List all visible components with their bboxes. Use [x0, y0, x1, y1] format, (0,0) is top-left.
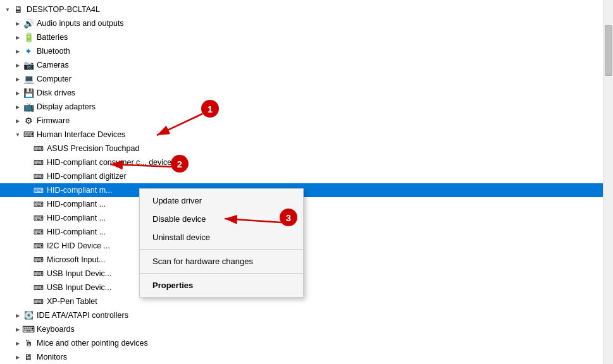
tree-root[interactable]: 🖥 DESKTOP-BCLTA4L [0, 3, 603, 16]
monitors-expand[interactable] [13, 352, 23, 362]
ide-expand[interactable] [13, 310, 23, 320]
context-menu-separator2 [140, 273, 303, 274]
usb2-icon: ⌨ [33, 282, 44, 293]
batteries-label: Batteries [37, 33, 68, 42]
cameras-icon: 📷 [23, 59, 34, 71]
tree-item-asus[interactable]: ⌨ ASUS Precision Touchpad [0, 142, 603, 155]
hid6-icon: ⌨ [33, 226, 44, 238]
audio-label: Audio inputs and outputs [37, 19, 124, 28]
tree-item-diskdrives[interactable]: 💾 Disk drives [0, 86, 603, 100]
scrollbar-track[interactable] [603, 0, 613, 364]
scrollbar-thumb[interactable] [605, 25, 612, 76]
ide-label: IDE ATA/ATAPI controllers [37, 311, 128, 320]
hid-mouse-label: HID-compliant m... [47, 186, 113, 195]
asus-icon: ⌨ [33, 143, 44, 154]
hid4-label: HID-compliant ... [47, 200, 106, 209]
tree-item-ide[interactable]: 💽 IDE ATA/ATAPI controllers [0, 308, 603, 322]
tree-item-computer[interactable]: 💻 Computer [0, 72, 603, 86]
bluetooth-expand[interactable] [13, 46, 23, 56]
context-menu-update[interactable]: Update driver [140, 191, 303, 210]
audio-icon: 🔊 [23, 18, 34, 29]
asus-label: ASUS Precision Touchpad [47, 144, 139, 153]
monitors-icon: 🖥 [23, 351, 34, 363]
tree-item-hid-digitizer[interactable]: ⌨ HID-compliant digitizer [0, 169, 603, 183]
context-menu-scan[interactable]: Scan for hardware changes [140, 252, 303, 270]
root-label: DESKTOP-BCLTA4L [27, 5, 100, 14]
hid-consumer-label: HID-compliant consumer c... device [47, 158, 171, 167]
bluetooth-label: Bluetooth [37, 47, 70, 56]
cameras-label: Cameras [37, 61, 69, 70]
root-expand-arrow[interactable] [3, 4, 13, 15]
firmware-expand[interactable] [13, 116, 23, 126]
tree-item-displayadapters[interactable]: 📺 Display adapters [0, 100, 603, 114]
msinput-icon: ⌨ [33, 254, 44, 265]
keyboards-expand[interactable] [13, 324, 23, 334]
hid-label: Human Interface Devices [37, 130, 125, 139]
batteries-icon: 🔋 [23, 32, 34, 43]
tree-item-batteries[interactable]: 🔋 Batteries [0, 30, 603, 44]
hid-consumer-icon: ⌨ [33, 157, 44, 168]
xppen-label: XP-Pen Tablet [47, 297, 97, 306]
context-menu-disable[interactable]: Disable device [140, 210, 303, 228]
displayadapters-label: Display adapters [37, 102, 96, 111]
mice-icon: 🖱 [23, 337, 34, 349]
cameras-expand[interactable] [13, 60, 23, 70]
computer-label: Computer [37, 75, 71, 83]
tree-item-audio[interactable]: 🔊 Audio inputs and outputs [0, 16, 603, 30]
computer-expand[interactable] [13, 74, 23, 84]
tree-item-keyboards[interactable]: ⌨ Keyboards [0, 322, 603, 336]
hid-digitizer-icon: ⌨ [33, 171, 44, 182]
context-menu-properties[interactable]: Properties [140, 276, 303, 294]
i2c-icon: ⌨ [33, 240, 44, 252]
audio-expand[interactable] [13, 18, 23, 28]
hid5-label: HID-compliant ... [47, 214, 106, 222]
hid6-label: HID-compliant ... [47, 228, 106, 236]
context-menu-separator [140, 249, 303, 250]
i2c-label: I2C HID Device ... [47, 241, 110, 250]
computer-icon: 💻 [23, 73, 34, 85]
hid-icon: ⌨ [23, 129, 34, 140]
hid-digitizer-label: HID-compliant digitizer [47, 172, 127, 181]
device-manager-panel: 🖥 DESKTOP-BCLTA4L 🔊 Audio inputs and out… [0, 0, 603, 364]
hid5-icon: ⌨ [33, 212, 44, 224]
hid-expand[interactable] [13, 130, 23, 140]
keyboards-label: Keyboards [37, 325, 75, 334]
bluetooth-icon: ✦ [23, 46, 34, 57]
batteries-expand[interactable] [13, 32, 23, 42]
displayadapters-expand[interactable] [13, 102, 23, 112]
usb1-label: USB Input Devic... [47, 269, 111, 278]
xppen-icon: ⌨ [33, 296, 44, 307]
tree-item-hid-consumer[interactable]: ⌨ HID-compliant consumer c... device [0, 155, 603, 169]
context-menu: Update driver Disable device Uninstall d… [139, 188, 304, 298]
diskdrives-expand[interactable] [13, 88, 23, 98]
mice-label: Mice and other pointing devices [37, 339, 148, 348]
context-menu-uninstall[interactable]: Uninstall device [140, 228, 303, 246]
usb2-label: USB Input Devic... [47, 283, 111, 292]
mice-expand[interactable] [13, 338, 23, 348]
diskdrives-icon: 💾 [23, 87, 34, 99]
displayadapters-icon: 📺 [23, 101, 34, 112]
tree-item-cameras[interactable]: 📷 Cameras [0, 58, 603, 72]
hid-mouse-icon: ⌨ [33, 185, 44, 196]
tree-item-monitors[interactable]: 🖥 Monitors [0, 350, 603, 364]
diskdrives-label: Disk drives [37, 88, 75, 97]
msinput-label: Microsoft Input... [47, 255, 105, 264]
tree-item-bluetooth[interactable]: ✦ Bluetooth [0, 44, 603, 58]
firmware-icon: ⚙ [23, 115, 34, 126]
monitors-label: Monitors [37, 353, 67, 361]
usb1-icon: ⌨ [33, 268, 44, 279]
root-icon: 🖥 [13, 4, 24, 15]
firmware-label: Firmware [37, 116, 70, 125]
tree-item-hid[interactable]: ⌨ Human Interface Devices [0, 128, 603, 142]
keyboards-icon: ⌨ [23, 324, 34, 335]
tree-item-mice[interactable]: 🖱 Mice and other pointing devices [0, 336, 603, 350]
device-tree: 🖥 DESKTOP-BCLTA4L 🔊 Audio inputs and out… [0, 0, 603, 364]
ide-icon: 💽 [23, 310, 34, 321]
hid4-icon: ⌨ [33, 198, 44, 210]
tree-item-firmware[interactable]: ⚙ Firmware [0, 114, 603, 128]
